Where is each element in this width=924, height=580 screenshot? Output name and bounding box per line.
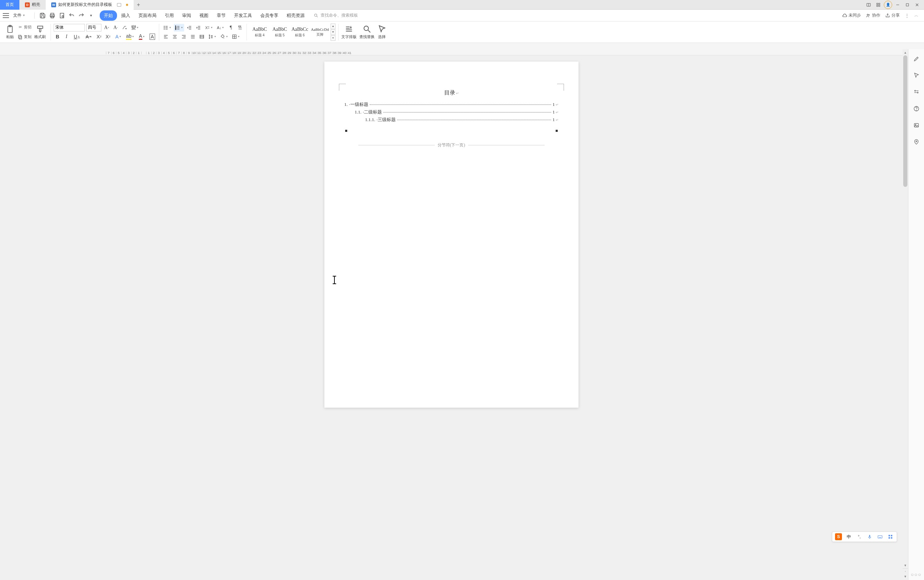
sidebar-more-icon[interactable]: ○○○ bbox=[911, 572, 922, 577]
reading-mode-icon[interactable] bbox=[865, 1, 873, 9]
scroll-thumb[interactable] bbox=[903, 55, 908, 187]
style-footer[interactable]: AaBbCcDd页脚 bbox=[310, 23, 330, 42]
text-effect-icon[interactable]: A▼ bbox=[113, 33, 124, 41]
location-tool-icon[interactable] bbox=[912, 138, 921, 146]
text-layout-button[interactable]: 文字排版 bbox=[342, 25, 356, 40]
cut-button[interactable]: ✂剪切 bbox=[17, 23, 31, 31]
undo-icon[interactable] bbox=[69, 12, 75, 19]
styles-expand[interactable]: ▾ bbox=[331, 35, 335, 41]
paragraph-marks-icon[interactable] bbox=[236, 24, 244, 31]
horizontal-ruler[interactable]: 7654321123456789101112131415161718192021… bbox=[0, 49, 903, 55]
pen-tool-icon[interactable] bbox=[912, 55, 921, 63]
more-menu[interactable]: ⋮ bbox=[904, 13, 909, 18]
character-border-icon[interactable]: A bbox=[148, 33, 156, 41]
minimize-button[interactable] bbox=[894, 1, 902, 9]
borders-icon[interactable]: ▼ bbox=[231, 33, 241, 41]
format-painter-button[interactable]: 格式刷 bbox=[34, 25, 46, 40]
toc-entry-3[interactable]: 1.1.1. ·三级标题 1 bbox=[345, 117, 558, 123]
scroll-up-icon[interactable]: ▲ bbox=[903, 50, 908, 55]
ime-punct-icon[interactable]: °, bbox=[856, 533, 863, 540]
sync-status[interactable]: 未同步 bbox=[842, 12, 861, 18]
new-tab-button[interactable]: + bbox=[134, 0, 144, 10]
tab-references[interactable]: 引用 bbox=[161, 10, 178, 21]
tab-docer-resource[interactable]: 稻壳资源 bbox=[282, 10, 309, 21]
asian-layout-icon[interactable]: ▼ bbox=[203, 24, 214, 31]
tab-review[interactable]: 审阅 bbox=[178, 10, 195, 21]
font-name-input[interactable] bbox=[54, 24, 85, 31]
tab-devtools[interactable]: 开发工具 bbox=[230, 10, 256, 21]
paste-button[interactable]: 粘贴 bbox=[5, 25, 15, 40]
strikethrough-icon[interactable]: A▼ bbox=[83, 33, 94, 41]
vertical-scrollbar[interactable]: ▲ ▼ ◦ ▼ bbox=[903, 49, 908, 580]
show-marks-icon[interactable]: ¶ bbox=[227, 24, 235, 31]
subscript-icon[interactable]: X2 bbox=[104, 33, 112, 41]
clear-format-icon[interactable] bbox=[121, 24, 129, 31]
ime-lang-toggle[interactable]: 中 bbox=[845, 533, 852, 540]
share-button[interactable]: 分享 bbox=[885, 12, 900, 18]
increase-font-icon[interactable]: A+ bbox=[103, 24, 111, 31]
decrease-indent-icon[interactable] bbox=[186, 24, 193, 31]
settings-panel-icon[interactable] bbox=[912, 88, 921, 96]
print-icon[interactable] bbox=[49, 12, 55, 19]
next-page-icon[interactable]: ▼ bbox=[903, 574, 908, 579]
numbering-icon[interactable]: 123▼ bbox=[174, 24, 184, 31]
command-search[interactable]: 查找命令、搜索模板 bbox=[314, 12, 358, 18]
align-distribute-icon[interactable] bbox=[198, 33, 206, 41]
underline-icon[interactable]: U▼ bbox=[72, 33, 82, 41]
grid-apps-icon[interactable] bbox=[874, 1, 883, 9]
phonetic-guide-icon[interactable]: 變▼ bbox=[130, 24, 140, 31]
ime-toolbar[interactable]: S 中 °, bbox=[832, 532, 897, 542]
highlight-icon[interactable]: ab▼ bbox=[125, 33, 135, 41]
select-tool-icon[interactable] bbox=[912, 71, 921, 79]
qat-more-icon[interactable]: ▼ bbox=[88, 12, 94, 19]
styles-scroll-down[interactable]: ▼ bbox=[331, 30, 335, 35]
bullets-icon[interactable]: ▼ bbox=[162, 24, 172, 31]
bold-icon[interactable]: B bbox=[54, 33, 61, 41]
tab-pagelayout[interactable]: 页面布局 bbox=[134, 10, 161, 21]
sogou-logo-icon[interactable]: S bbox=[835, 533, 842, 540]
find-replace-button[interactable]: 查找替换 bbox=[359, 25, 375, 40]
tab-home[interactable]: 首页 bbox=[0, 0, 20, 10]
scroll-down-icon[interactable]: ▼ bbox=[903, 563, 908, 568]
select-button[interactable]: 选择 bbox=[377, 25, 386, 40]
prev-page-icon[interactable]: ◦ bbox=[903, 568, 908, 574]
tab-document[interactable]: W 如何更新投标文件的目录模板 bbox=[46, 0, 134, 10]
style-heading4[interactable]: AaBbC标题 4 bbox=[249, 23, 270, 42]
toc-entry-1[interactable]: 1. ·一级标题 1 bbox=[345, 101, 558, 108]
line-spacing-icon[interactable]: ▼ bbox=[207, 33, 218, 41]
styles-scroll-up[interactable]: ▲ bbox=[331, 23, 335, 29]
align-right-icon[interactable] bbox=[180, 33, 188, 41]
align-left-icon[interactable] bbox=[162, 33, 170, 41]
sort-icon[interactable]: A↓▼ bbox=[215, 24, 226, 31]
toc-title[interactable]: 目录 bbox=[345, 89, 558, 97]
close-button[interactable] bbox=[913, 1, 921, 9]
tab-insert[interactable]: 插入 bbox=[117, 10, 134, 21]
tab-start[interactable]: 开始 bbox=[100, 10, 117, 21]
decrease-font-icon[interactable]: A- bbox=[112, 24, 119, 31]
font-size-input[interactable] bbox=[86, 24, 101, 31]
ime-toolbox-icon[interactable] bbox=[887, 533, 894, 540]
save-icon[interactable] bbox=[40, 12, 46, 19]
file-menu[interactable]: 文件 ▼ bbox=[11, 12, 27, 18]
redo-icon[interactable] bbox=[78, 12, 84, 19]
tab-chapter[interactable]: 章节 bbox=[213, 10, 230, 21]
increase-indent-icon[interactable] bbox=[195, 24, 202, 31]
shading-icon[interactable]: ▼ bbox=[219, 33, 229, 41]
tab-view[interactable]: 视图 bbox=[195, 10, 213, 21]
document-page[interactable]: 目录 1. ·一级标题 1 1.1. ·二级标题 1 1.1.1. ·三级标题 … bbox=[324, 62, 579, 408]
hamburger-icon[interactable] bbox=[3, 13, 9, 18]
tab-member[interactable]: 会员专享 bbox=[256, 10, 282, 21]
tab-docer[interactable]: D 稻壳 bbox=[20, 0, 46, 10]
print-preview-icon[interactable] bbox=[59, 12, 65, 19]
help-icon[interactable] bbox=[912, 104, 921, 113]
align-center-icon[interactable] bbox=[171, 33, 179, 41]
superscript-icon[interactable]: X2 bbox=[95, 33, 103, 41]
copy-button[interactable]: 复制 bbox=[17, 33, 31, 41]
user-avatar[interactable]: 👤 bbox=[884, 1, 892, 9]
font-color-icon[interactable]: A▼ bbox=[137, 33, 147, 41]
collapse-ribbon-icon[interactable]: ︿ bbox=[914, 12, 919, 18]
style-heading6[interactable]: AaBbCc标题 6 bbox=[290, 23, 310, 42]
style-heading5[interactable]: AaBbC标题 5 bbox=[270, 23, 290, 42]
ime-voice-icon[interactable] bbox=[866, 533, 873, 540]
maximize-button[interactable] bbox=[903, 1, 912, 9]
